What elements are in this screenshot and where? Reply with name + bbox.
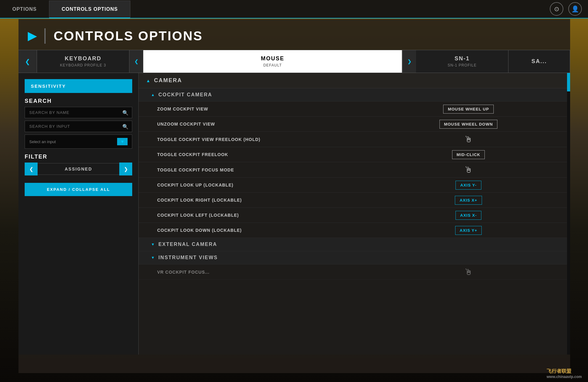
instrument-views-collapse-icon: ▼	[151, 255, 155, 260]
filter-nav: ❮ ASSIGNED ❯	[25, 163, 132, 175]
subcategory-instrument-views[interactable]: ▼ INSTRUMENT VIEWS	[139, 251, 570, 264]
mouse-tab-profile: DEFAULT	[263, 63, 282, 67]
subcategory-cockpit-camera[interactable]: ▲ COCKPIT CAMERA	[139, 88, 570, 102]
search-by-name-icon: 🔍	[122, 110, 129, 115]
filter-section: FILTER ❮ ASSIGNED ❯	[25, 154, 132, 175]
sensitivity-button[interactable]: SENSITIVITY	[25, 79, 132, 93]
binding-name: ZOOM COCKPIT VIEW	[139, 102, 435, 116]
mouse-tab-name: MOUSE	[261, 55, 284, 62]
subcategory-external-camera[interactable]: ▼ EXTERNAL CAMERA	[139, 238, 570, 251]
nav-icon-group: ⊙ 👤	[550, 0, 588, 18]
binding-name: TOGGLE COCKPIT FOCUS MODE	[139, 163, 435, 177]
tab-options[interactable]: OPTIONS	[0, 1, 49, 18]
external-camera-collapse-icon: ▼	[151, 242, 155, 247]
device-tab-mouse[interactable]: MOUSE DEFAULT	[143, 50, 402, 73]
tab-controls-label: CONTROLS OPTIONS	[62, 6, 118, 12]
binding-name: COCKPIT LOOK DOWN (LOCKABLE)	[139, 223, 435, 238]
keyboard-tab-name: KEYBOARD	[65, 55, 101, 62]
binding-row-look-up: COCKPIT LOOK UP (LOCKABLE) AXIS Y-	[139, 178, 570, 193]
binding-name: TOGGLE COCKPIT FREELOOK	[139, 147, 435, 162]
select-input-dropdown[interactable]: Select an input ▼	[25, 135, 132, 149]
external-camera-label: EXTERNAL CAMERA	[158, 242, 217, 247]
mouse-tab-next[interactable]: ❯	[402, 50, 416, 73]
key-badge: MOUSE WHEEL DOWN	[439, 120, 498, 129]
key-badge-axis: AXIS Y-	[455, 181, 481, 190]
binding-row-unzoom-cockpit: UNZOOM COCKPIT VIEW MOUSE WHEEL DOWN	[139, 117, 570, 132]
sn1-tab-name: SN-1	[455, 55, 470, 62]
binding-key-primary[interactable]: 🖱	[435, 132, 502, 147]
device-tab-prev[interactable]: ❮	[18, 50, 37, 73]
filter-section-label: FILTER	[25, 154, 132, 160]
search-by-name-wrapper: 🔍	[25, 107, 132, 118]
device-tab-sa[interactable]: SA...	[508, 50, 570, 73]
binding-key-primary[interactable]: AXIS X+	[435, 193, 502, 207]
select-dropdown-arrow: ▼	[117, 138, 128, 145]
key-badge-axis: AXIS Y+	[455, 226, 482, 235]
binding-name: COCKPIT LOOK UP (LOCKABLE)	[139, 178, 435, 192]
filter-prev-icon: ❮	[29, 166, 33, 172]
binding-row-toggle-freelook: TOGGLE COCKPIT FREELOOK MID-CLICK	[139, 147, 570, 162]
content-area: SENSITIVITY SEARCH 🔍 🔍 Select an input ▼	[18, 73, 570, 355]
page-header: ▶ CONTROLS OPTIONS	[18, 19, 570, 50]
watermark-line2: www.chinaavip.com	[547, 375, 582, 379]
binding-name: VR COCKPIT FOCUS...	[139, 265, 435, 279]
device-tab-sn1[interactable]: SN-1 SN-1 PROFILE	[416, 50, 508, 73]
expand-collapse-label: EXPAND / COLLAPSE ALL	[47, 187, 110, 192]
cockpit-camera-collapse-icon: ▲	[151, 93, 155, 97]
binding-name: COCKPIT LOOK RIGHT (LOCKABLE)	[139, 193, 435, 207]
binding-key-primary[interactable]: AXIS Y-	[435, 178, 502, 192]
binding-key-primary[interactable]: MOUSE WHEEL DOWN	[435, 117, 502, 131]
binding-key-primary[interactable]: 🖱	[435, 162, 502, 177]
page-title: CONTROLS OPTIONS	[54, 29, 203, 43]
mouse-tab-prev[interactable]: ❮	[129, 50, 143, 73]
filter-prev-button[interactable]: ❮	[25, 163, 38, 175]
page-header-icon: ▶	[28, 30, 36, 42]
category-camera[interactable]: ▲ CAMERA	[139, 73, 570, 88]
watermark-line1: 飞行者联盟	[547, 368, 582, 375]
key-badge: MOUSE WHEEL UP	[443, 105, 494, 114]
binding-row-look-left: COCKPIT LOOK LEFT (LOCKABLE) AXIS X-	[139, 208, 570, 223]
binding-key-primary[interactable]: MID-CLICK	[435, 148, 502, 162]
mouse-button-icon: 🖱	[464, 165, 473, 175]
binding-row-look-right: COCKPIT LOOK RIGHT (LOCKABLE) AXIS X+	[139, 193, 570, 208]
search-by-input-input[interactable]	[25, 121, 132, 132]
key-badge-axis: AXIS X+	[455, 196, 482, 205]
binding-row-look-down: COCKPIT LOOK DOWN (LOCKABLE) AXIS Y+	[139, 223, 570, 238]
instrument-views-label: INSTRUMENT VIEWS	[158, 255, 218, 260]
target-icon-button[interactable]: ⊙	[550, 2, 563, 16]
binding-row-toggle-focus: TOGGLE COCKPIT FOCUS MODE 🖱	[139, 162, 570, 178]
binding-row-vr-partial: VR COCKPIT FOCUS... 🖱	[139, 264, 570, 280]
search-section-label: SEARCH	[25, 98, 132, 104]
select-input-label: Select an input	[29, 139, 56, 144]
binding-key-primary[interactable]: AXIS Y+	[435, 223, 502, 237]
search-by-name-input[interactable]	[25, 107, 132, 118]
sn1-tab-profile: SN-1 PROFILE	[447, 63, 476, 67]
key-badge-axis: AXIS X-	[455, 211, 481, 220]
tab-controls-options[interactable]: CONTROLS OPTIONS	[49, 1, 130, 18]
sensitivity-label: SENSITIVITY	[31, 83, 66, 89]
keyboard-tab-profile: KEYBOARD PROFILE 3	[60, 63, 106, 67]
cockpit-camera-label: COCKPIT CAMERA	[158, 92, 212, 98]
camera-collapse-icon: ▲	[146, 78, 151, 83]
camera-label: CAMERA	[154, 77, 182, 84]
binding-key-primary[interactable]: AXIS X-	[435, 208, 502, 222]
scrollbar-thumb[interactable]	[567, 73, 570, 91]
device-tab-keyboard[interactable]: KEYBOARD KEYBOARD PROFILE 3	[37, 50, 129, 73]
search-by-input-wrapper: 🔍	[25, 121, 132, 132]
binding-name: COCKPIT LOOK LEFT (LOCKABLE)	[139, 208, 435, 223]
user-icon-button[interactable]: 👤	[568, 2, 582, 16]
binding-key-primary[interactable]: 🖱	[435, 264, 502, 279]
watermark: 飞行者联盟 www.chinaavip.com	[547, 368, 582, 379]
scrollbar-track[interactable]	[567, 73, 570, 355]
sa-tab-name: SA...	[531, 58, 547, 65]
device-tab-mouse-group: ❮ MOUSE DEFAULT ❯	[129, 50, 416, 73]
main-panel: ▶ CONTROLS OPTIONS ❮ KEYBOARD KEYBOARD P…	[18, 19, 570, 373]
binding-row-toggle-freelook-hold: TOGGLE COCKPIT VIEW FREELOOK (HOLD) 🖱	[139, 132, 570, 147]
search-by-input-icon: 🔍	[122, 123, 129, 129]
binding-name: UNZOOM COCKPIT VIEW	[139, 117, 435, 131]
header-divider	[44, 28, 46, 44]
binding-row-zoom-cockpit: ZOOM COCKPIT VIEW MOUSE WHEEL UP	[139, 102, 570, 117]
binding-key-primary[interactable]: MOUSE WHEEL UP	[435, 102, 502, 116]
filter-next-button[interactable]: ❯	[119, 163, 132, 175]
expand-collapse-all-button[interactable]: EXPAND / COLLAPSE ALL	[25, 183, 132, 196]
